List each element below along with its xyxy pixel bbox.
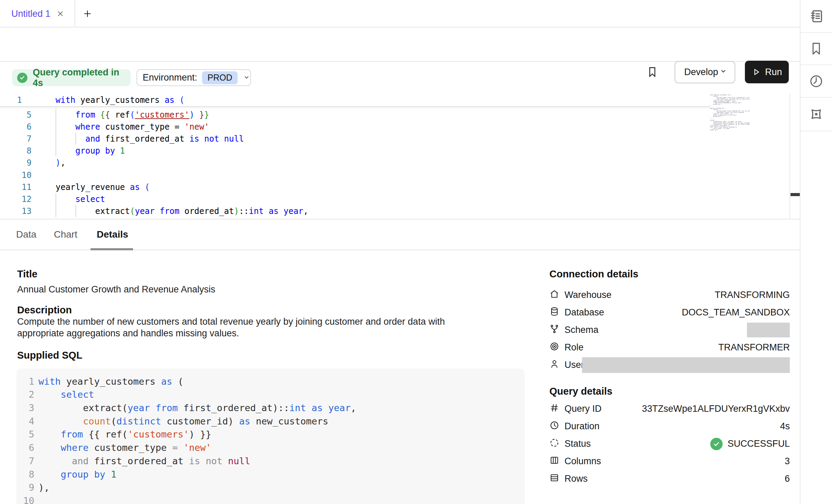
detail-row-schema: Schema	[549, 321, 790, 339]
bookmark-icon	[809, 41, 824, 56]
rail-item-bookmarks[interactable]	[800, 33, 832, 65]
environment-badge: PROD	[202, 71, 238, 84]
result-tab-data[interactable]: Data	[10, 219, 43, 250]
detail-row-rows: Rows6	[549, 470, 790, 488]
description-heading: Description	[17, 304, 72, 316]
description-value: Compute the number of new customers and …	[17, 316, 485, 339]
chevron-down-icon	[242, 73, 251, 83]
scrollbar-thumb[interactable]	[791, 193, 800, 196]
clock-icon	[549, 420, 559, 433]
tab-untitled-1[interactable]: Untitled 1	[0, 0, 75, 27]
sql-line: 6 where customer_type = 'new'	[16, 441, 525, 454]
detail-row-status: StatusSUCCESSFUL	[549, 435, 790, 453]
detail-value: 33TZseWpe1ALFDUYerxR1gVKxbv	[642, 404, 790, 414]
query-status-pill: Query completed in 4s	[12, 69, 131, 86]
detail-row-user: User	[549, 356, 790, 374]
detail-row-database: DatabaseDOCS_TEAM_SANDBOX	[549, 304, 790, 321]
detail-row-duration: Duration4s	[549, 418, 790, 435]
rail-item-explore[interactable]	[800, 98, 832, 131]
ref-link[interactable]: 'customers'	[135, 110, 189, 120]
new-tab-button[interactable]	[83, 9, 92, 19]
query-completed-text: Query completed in 4s	[33, 67, 131, 88]
active-tab-underline	[91, 248, 133, 250]
detail-label: User	[564, 360, 584, 370]
detail-value: TRANSFORMER	[718, 342, 790, 353]
detail-label: Schema	[564, 325, 598, 335]
detail-label: Status	[564, 439, 591, 449]
detail-value: 6	[785, 473, 790, 484]
redacted-value	[582, 357, 790, 373]
detail-row-columns: Columns3	[549, 453, 790, 470]
main-column: Untitled 1 Develop Run	[0, 0, 800, 504]
detail-value: 4s	[780, 421, 790, 432]
indent-guide	[56, 193, 56, 217]
right-icon-rail	[800, 0, 832, 504]
rowsicon-icon	[549, 473, 559, 485]
title-value: Annual Customer Growth and Revenue Analy…	[17, 284, 215, 295]
detail-label: Warehouse	[564, 290, 611, 300]
compass-icon	[808, 106, 824, 122]
sql-line: 9),	[16, 481, 525, 494]
detail-value: DOCS_TEAM_SANDBOX	[682, 307, 790, 318]
check-circle-icon	[17, 73, 27, 83]
rail-item-notebook[interactable]	[800, 0, 832, 33]
sql-line: 7 and first_ordered_at is not null	[16, 454, 525, 468]
check-circle-icon	[710, 438, 723, 450]
close-icon[interactable]	[56, 9, 65, 18]
environment-label: Environment:	[143, 72, 197, 83]
environment-select[interactable]: Environment: PROD	[136, 69, 251, 86]
detail-row-query-id: Query ID33TZseWpe1ALFDUYerxR1gVKxbv	[549, 400, 790, 418]
clock-icon	[809, 74, 824, 89]
user-icon	[549, 359, 559, 371]
result-tab-details[interactable]: Details	[91, 219, 134, 250]
detail-value: SUCCESSFUL	[727, 439, 790, 449]
detail-row-warehouse: WarehouseTRANSFORMING	[549, 286, 790, 304]
sticky-scroll-line[interactable]: 1with yearly_customers as (	[0, 94, 710, 107]
detail-label: Role	[564, 342, 584, 353]
title-heading: Title	[17, 268, 37, 280]
hash-icon	[549, 403, 559, 415]
schema-icon	[549, 324, 559, 336]
columns-icon	[549, 455, 559, 468]
result-tab-chart[interactable]: Chart	[48, 219, 83, 250]
target-icon	[549, 341, 559, 354]
sql-line: 1with yearly_customers as (	[16, 375, 525, 388]
supplied-sql-heading: Supplied SQL	[17, 350, 82, 361]
redacted-value	[747, 323, 790, 337]
database-icon	[549, 307, 559, 319]
sql-line: 3 extract(year from first_ordered_at)::i…	[16, 401, 525, 415]
sql-line: 5 from {{ ref('customers') }}	[16, 428, 525, 441]
detail-value: 3	[785, 456, 790, 467]
rail-item-history[interactable]	[800, 65, 832, 98]
detail-label: Database	[564, 307, 604, 318]
sql-line: 2 select	[16, 388, 525, 401]
connection-details-heading: Connection details	[549, 268, 638, 280]
indent-guide	[56, 109, 56, 156]
detail-row-role: RoleTRANSFORMER	[549, 339, 790, 356]
tab-title: Untitled 1	[11, 9, 50, 19]
indent-guide	[75, 205, 76, 217]
notebook-icon	[808, 8, 824, 24]
sql-line: 10	[16, 494, 525, 504]
details-right-panel: Connection details WarehouseTRANSFORMING…	[549, 0, 790, 504]
spinner-icon	[549, 438, 559, 450]
indent-guide	[75, 133, 76, 145]
sql-line: 4 count(distinct customer_id) as new_cus…	[16, 415, 525, 428]
detail-value: TRANSFORMING	[715, 290, 790, 300]
sql-line: 8 group by 1	[16, 468, 525, 481]
detail-label: Duration	[564, 421, 599, 432]
query-details-heading: Query details	[549, 386, 613, 397]
detail-label: Rows	[564, 473, 588, 484]
detail-label: Query ID	[564, 404, 602, 414]
house-icon	[549, 289, 559, 301]
supplied-sql-block: 1with yearly_customers as (2 select3 ext…	[16, 369, 525, 504]
editor-scrollbar	[789, 94, 800, 219]
app-window: Untitled 1 Develop Run	[0, 0, 832, 504]
detail-label: Columns	[564, 456, 601, 467]
